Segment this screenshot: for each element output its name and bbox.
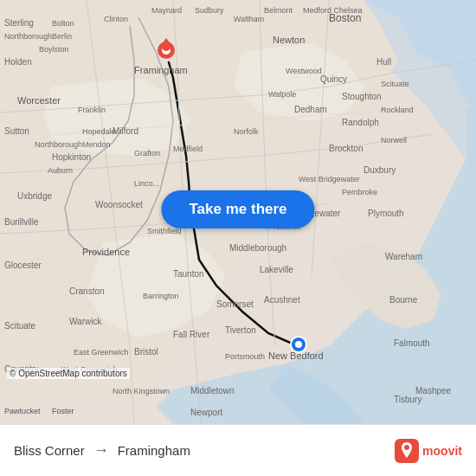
svg-text:Glocester: Glocester [4, 261, 42, 270]
svg-text:Pembroke: Pembroke [342, 188, 377, 196]
svg-text:Bourne: Bourne [389, 295, 418, 305]
svg-text:Boylston: Boylston [39, 45, 69, 54]
svg-text:Berlin: Berlin [52, 32, 72, 41]
svg-text:Franklin: Franklin [78, 106, 106, 114]
svg-text:Rockland: Rockland [381, 106, 414, 114]
svg-text:Acushnet: Acushnet [264, 295, 300, 305]
svg-text:Fall River: Fall River [173, 330, 210, 339]
svg-text:Sutton: Sutton [4, 126, 29, 136]
svg-text:Uxbridge: Uxbridge [17, 191, 52, 201]
svg-point-86 [404, 445, 409, 450]
svg-text:Foster: Foster [52, 407, 74, 415]
svg-text:Sudbury: Sudbury [195, 6, 224, 15]
svg-text:Barrington: Barrington [143, 292, 179, 300]
svg-text:Taunton: Taunton [173, 269, 204, 279]
svg-text:Tiverton: Tiverton [225, 325, 256, 335]
svg-text:Wareham: Wareham [385, 252, 422, 261]
take-me-there-button[interactable]: Take me there [161, 190, 314, 228]
svg-text:Milford: Milford [113, 126, 138, 136]
svg-text:Worcester: Worcester [17, 95, 61, 106]
svg-text:Scituate: Scituate [381, 80, 409, 88]
svg-text:Quincy: Quincy [320, 74, 347, 84]
svg-text:Warwick: Warwick [69, 317, 102, 326]
svg-text:Somerset: Somerset [216, 299, 254, 309]
svg-text:Burillville: Burillville [4, 217, 39, 227]
svg-text:Northborough: Northborough [4, 32, 52, 41]
svg-text:Walpole: Walpole [268, 90, 296, 99]
svg-text:Bristol: Bristol [134, 347, 158, 357]
svg-text:Linco...: Linco... [134, 179, 159, 188]
svg-text:Belmont: Belmont [264, 6, 293, 15]
svg-point-84 [295, 341, 302, 348]
svg-text:Portsmouth: Portsmouth [225, 352, 265, 361]
svg-text:Hopkinton: Hopkinton [52, 152, 91, 162]
svg-text:Norfolk: Norfolk [234, 127, 259, 136]
svg-text:Bolton: Bolton [52, 19, 74, 28]
svg-text:Framingham: Framingham [134, 65, 188, 75]
origin-label: Bliss Corner [14, 443, 85, 458]
svg-text:Plymouth: Plymouth [368, 209, 404, 218]
svg-text:Clinton: Clinton [104, 15, 128, 23]
svg-text:Medford Chelsea: Medford Chelsea [303, 6, 363, 15]
svg-text:Brockton: Brockton [329, 144, 363, 153]
destination-label: Framingham [118, 443, 190, 458]
svg-text:Newton: Newton [273, 35, 305, 45]
svg-text:Norwell: Norwell [381, 136, 407, 145]
svg-text:North Kingstown: North Kingstown [113, 387, 170, 396]
svg-text:Pawtucket: Pawtucket [4, 407, 41, 415]
svg-text:Medfield: Medfield [173, 145, 203, 153]
svg-text:Sterling: Sterling [4, 18, 34, 28]
svg-text:West Bridgewater: West Bridgewater [299, 175, 360, 183]
svg-text:Woonsocket: Woonsocket [95, 200, 143, 209]
svg-text:Hopedale: Hopedale [82, 127, 116, 136]
svg-text:Duxbury: Duxbury [363, 165, 396, 175]
svg-text:Mendon: Mendon [82, 140, 111, 149]
svg-text:East Greenwich: East Greenwich [74, 348, 129, 357]
svg-text:Tisbury: Tisbury [394, 395, 421, 404]
svg-text:Grafton: Grafton [134, 149, 160, 158]
svg-text:Providence: Providence [82, 247, 130, 257]
svg-text:Falmouth: Falmouth [394, 338, 430, 348]
svg-text:Auburn: Auburn [48, 166, 73, 175]
svg-text:Scituate: Scituate [4, 321, 36, 331]
svg-text:Waltham: Waltham [234, 15, 264, 23]
svg-text:Holden: Holden [4, 57, 32, 67]
moovit-icon [395, 439, 419, 463]
svg-text:Hull: Hull [376, 57, 391, 67]
svg-text:Newport: Newport [190, 408, 222, 417]
svg-text:Lakeville: Lakeville [260, 265, 293, 274]
svg-text:Dedham: Dedham [294, 105, 327, 114]
svg-text:Cranston: Cranston [69, 286, 105, 296]
moovit-logo[interactable]: moovit [395, 439, 462, 463]
svg-text:Northborough: Northborough [35, 140, 82, 149]
svg-text:Westwood: Westwood [286, 67, 322, 75]
svg-text:Middletown: Middletown [190, 386, 235, 396]
map-container: Newton Boston Framingham Worcester Hopki… [0, 0, 476, 424]
svg-text:Randolph: Randolph [342, 118, 379, 127]
arrow-icon: → [93, 441, 109, 460]
svg-text:Maynard: Maynard [151, 6, 182, 15]
svg-text:Stoughton: Stoughton [342, 92, 382, 101]
map-attribution: © OpenStreetMap contributors [7, 368, 130, 379]
moovit-label: moovit [422, 444, 462, 458]
svg-text:Middleborough: Middleborough [229, 243, 286, 253]
bottom-bar: Bliss Corner → Framingham moovit [0, 424, 476, 476]
